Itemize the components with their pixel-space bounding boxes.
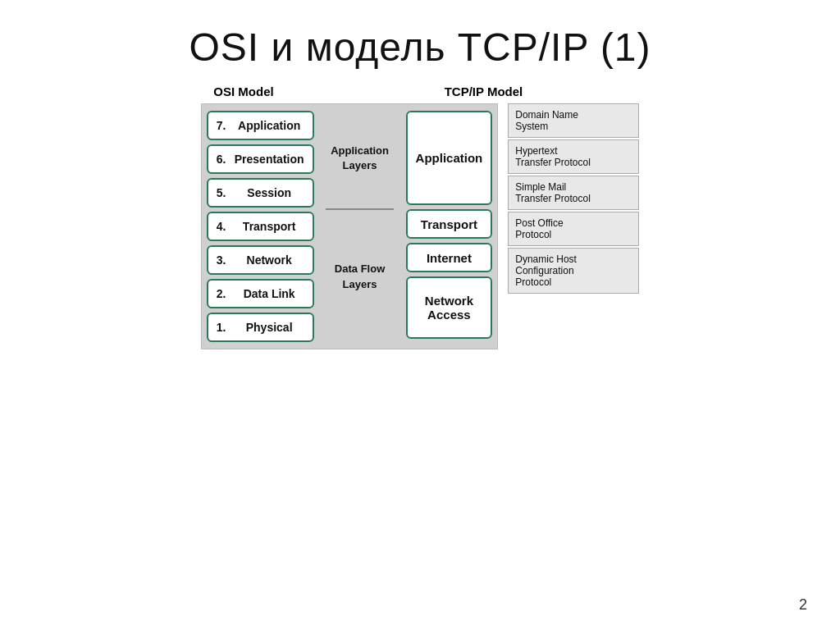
tcpip-layers-column: Application Transport Internet NetworkAc… [401, 111, 493, 342]
slide-title: OSI и модель TCP/IP (1) [33, 25, 807, 70]
tcpip-model-header: TCP/IP Model [412, 84, 555, 98]
osi-layers-column: 7. Application 6. Presentation 5. Sessio… [207, 111, 319, 342]
osi-5-num: 5. [217, 186, 235, 199]
tcpip-transport-layer: Transport [406, 209, 493, 239]
middle-labels-column: ApplicationLayers Data FlowLayers [319, 111, 401, 342]
protocol-smtp: Simple MailTransfer Protocol [508, 176, 639, 210]
osi-layer-7: 7. Application [207, 111, 314, 140]
main-content: OSI Model TCP/IP Model 7. Application 6. [33, 84, 807, 349]
osi-2-num: 2. [217, 287, 235, 300]
protocol-dhcp: Dynamic HostConfigurationProtocol [508, 248, 639, 294]
osi-3-name: Network [235, 253, 304, 267]
diagram-box: 7. Application 6. Presentation 5. Sessio… [201, 103, 498, 349]
app-layers-label: ApplicationLayers [331, 112, 389, 206]
osi-4-num: 4. [217, 220, 235, 233]
osi-4-name: Transport [235, 220, 304, 233]
data-flow-label: Data FlowLayers [335, 212, 385, 342]
osi-2-name: Data Link [235, 287, 304, 300]
osi-layer-3: 3. Network [207, 245, 314, 275]
protocol-http: HypertextTransfer Protocol [508, 139, 639, 174]
osi-layer-1: 1. Physical [207, 313, 314, 342]
osi-5-name: Session [235, 186, 304, 199]
tcpip-internet-layer: Internet [406, 243, 493, 272]
tcpip-networkaccess-layer: NetworkAccess [406, 276, 493, 339]
osi-6-num: 6. [217, 153, 235, 166]
osi-layer-5: 5. Session [207, 178, 314, 208]
tcpip-application-layer: Application [406, 111, 493, 205]
osi-layer-4: 4. Transport [207, 212, 314, 241]
osi-layer-2: 2. Data Link [207, 279, 314, 308]
page-number: 2 [799, 596, 807, 614]
osi-layer-6: 6. Presentation [207, 144, 314, 174]
osi-3-num: 3. [217, 253, 235, 267]
osi-data-layers: 4. Transport 3. Network 2. Data Link 1 [207, 212, 314, 342]
osi-7-num: 7. [217, 119, 235, 132]
osi-1-name: Physical [235, 321, 304, 334]
osi-app-layers: 7. Application 6. Presentation 5. Sessio… [207, 111, 314, 208]
osi-1-num: 1. [217, 321, 235, 334]
osi-7-name: Application [235, 119, 304, 132]
protocol-pop: Post OfficeProtocol [508, 212, 639, 246]
protocol-dns: Domain NameSystem [508, 103, 639, 138]
diagram-row: 7. Application 6. Presentation 5. Sessio… [201, 103, 639, 349]
osi-6-name: Presentation [235, 153, 304, 166]
osi-model-header: OSI Model [158, 84, 330, 98]
middle-separator [326, 208, 394, 210]
slide-page: OSI и модель TCP/IP (1) OSI Model TCP/IP… [0, 0, 840, 630]
headers-row: OSI Model TCP/IP Model [158, 84, 682, 98]
protocols-column: Domain NameSystem HypertextTransfer Prot… [508, 103, 639, 295]
